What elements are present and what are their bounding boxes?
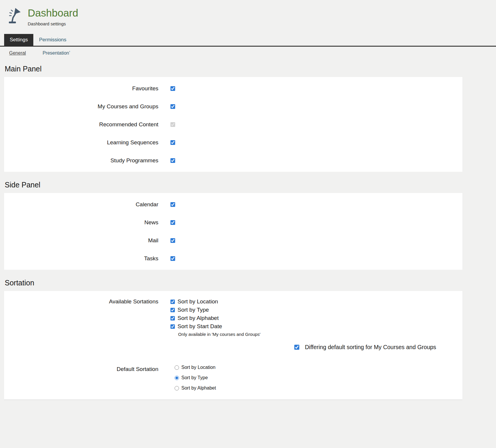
mail-checkbox[interactable] <box>170 238 175 243</box>
field-label: Favourites <box>4 85 158 92</box>
differing-default-sorting-row: Differing default sorting for My Courses… <box>294 344 462 351</box>
default-sort-by-alphabet-option: Sort by Alphabet <box>175 385 216 391</box>
available-sortations-list: Sort by Location Sort by Type Sort by Al… <box>170 297 260 337</box>
form-row-my-courses: My Courses and Groups <box>4 97 462 115</box>
field-label: News <box>4 219 158 226</box>
default-sort-by-type-radio[interactable] <box>175 376 179 380</box>
sort-by-type-option: Sort by Type <box>170 306 260 314</box>
news-checkbox[interactable] <box>170 220 175 225</box>
calendar-checkbox[interactable] <box>170 202 175 207</box>
option-label: Sort by Location <box>178 298 218 305</box>
tab-permissions[interactable]: Permissions <box>33 34 72 46</box>
subtab-general[interactable]: General <box>9 50 26 55</box>
tab-settings[interactable]: Settings <box>4 34 33 46</box>
option-label: Sort by Type <box>181 375 208 380</box>
differing-default-sorting-label: Differing default sorting for My Courses… <box>305 344 436 351</box>
title-block: Dashboard Dashboard settings <box>28 7 78 26</box>
field-label: Tasks <box>4 255 158 262</box>
main-panel-section: Favourites My Courses and Groups Recomme… <box>4 77 462 172</box>
lamp-icon <box>8 8 22 24</box>
subtab-presentation[interactable]: Presentation’ <box>42 50 70 55</box>
side-panel-section: Calendar News Mail Tasks <box>4 193 462 270</box>
learning-sequences-checkbox[interactable] <box>170 140 175 145</box>
section-title-sortation: Sortation <box>5 279 496 287</box>
sortation-section: Available Sortations Sort by Location So… <box>4 291 462 400</box>
option-label: Sort by Start Date <box>178 323 222 330</box>
sort-by-start-date-checkbox[interactable] <box>170 324 175 329</box>
study-programmes-checkbox[interactable] <box>170 158 175 163</box>
form-row-learning-sequences: Learning Sequences <box>4 133 462 151</box>
section-title-side-panel: Side Panel <box>5 181 496 189</box>
sort-by-location-checkbox[interactable] <box>170 300 175 304</box>
form-row-favourites: Favourites <box>4 79 462 97</box>
form-row-news: News <box>4 213 462 231</box>
form-row-recommended-content: Recommended Content <box>4 115 462 133</box>
form-row-calendar: Calendar <box>4 195 462 213</box>
field-label: Mail <box>4 237 158 244</box>
sort-by-start-date-note: Only available in 'My courses and Groups… <box>178 332 260 337</box>
option-label: Sort by Alphabet <box>178 315 219 321</box>
sort-by-start-date-option: Sort by Start Date <box>170 322 260 331</box>
default-sort-by-alphabet-radio[interactable] <box>175 386 179 390</box>
field-label: My Courses and Groups <box>4 103 158 110</box>
sort-by-type-checkbox[interactable] <box>170 308 175 312</box>
default-sortation-radio-group: Sort by Location Sort by Type Sort by Al… <box>175 365 216 391</box>
my-courses-and-groups-checkbox[interactable] <box>170 104 175 109</box>
field-label: Study Programmes <box>4 157 158 164</box>
field-label: Learning Sequences <box>4 139 158 146</box>
form-row-study-programmes: Study Programmes <box>4 151 462 169</box>
sort-by-alphabet-option: Sort by Alphabet <box>170 314 260 322</box>
form-row-tasks: Tasks <box>4 249 462 267</box>
form-row-default-sortation: Default Sortation Sort by Location Sort … <box>4 365 462 391</box>
page-header: Dashboard Dashboard settings <box>0 0 496 26</box>
recommended-content-checkbox <box>170 122 175 127</box>
section-title-main-panel: Main Panel <box>5 65 496 73</box>
field-label: Recommended Content <box>4 121 158 128</box>
tab-bar: Settings Permissions <box>0 34 496 47</box>
form-row-available-sortations: Available Sortations Sort by Location So… <box>4 293 462 337</box>
page-subtitle: Dashboard settings <box>28 21 78 26</box>
option-label: Sort by Type <box>178 307 209 313</box>
field-label: Calendar <box>4 201 158 208</box>
page-title: Dashboard <box>28 7 78 19</box>
tasks-checkbox[interactable] <box>170 256 175 261</box>
sort-by-alphabet-checkbox[interactable] <box>170 316 175 321</box>
field-label: Available Sortations <box>4 297 158 305</box>
default-sort-by-location-radio[interactable] <box>175 365 179 370</box>
favourites-checkbox[interactable] <box>170 86 175 91</box>
field-label: Default Sortation <box>4 365 158 372</box>
differing-default-sorting-checkbox[interactable] <box>294 345 299 350</box>
option-label: Sort by Alphabet <box>181 385 216 391</box>
form-row-mail: Mail <box>4 231 462 249</box>
default-sort-by-type-option: Sort by Type <box>175 375 216 380</box>
subtab-bar: General Presentation’ <box>0 47 496 56</box>
option-label: Sort by Location <box>181 365 216 370</box>
default-sort-by-location-option: Sort by Location <box>175 365 216 370</box>
sort-by-location-option: Sort by Location <box>170 297 260 306</box>
